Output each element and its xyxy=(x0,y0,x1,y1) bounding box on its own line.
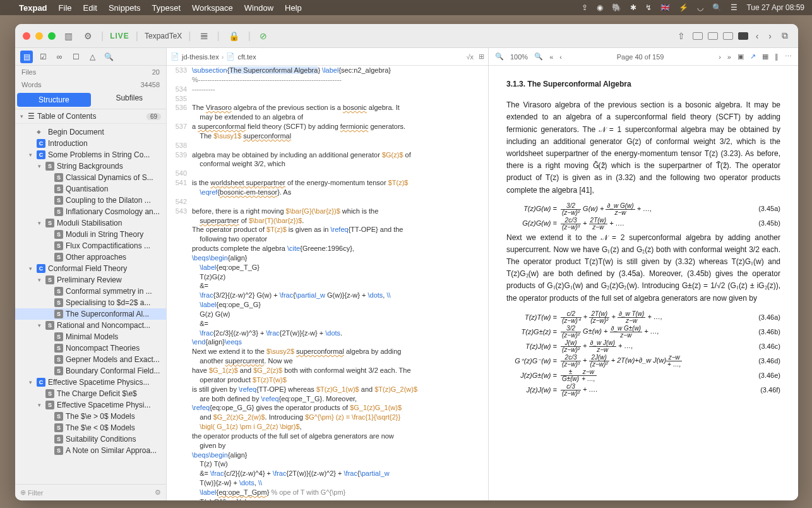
toc-header[interactable]: ▾ ☰ Table of Contents 69 xyxy=(15,109,166,124)
menu-typeset[interactable]: Typeset xyxy=(152,3,181,13)
sidebar-toggle-icon[interactable]: ▥ xyxy=(62,31,75,41)
tree-item[interactable]: CIntroduction xyxy=(15,138,166,149)
titlebar: ▥ ⚙ | LIVE | TexpadTeX | 𝌆 | 🔒 | ⊘ ⇧ ‹ ›… xyxy=(15,24,798,48)
check-tool-icon[interactable]: ☑ xyxy=(37,51,49,63)
tree-item[interactable]: SModuli in String Theory xyxy=(15,229,166,240)
bookmark-icon[interactable]: ▣ xyxy=(737,52,744,61)
filter-gear-icon[interactable]: ⚙ xyxy=(155,488,161,497)
clock[interactable]: Tue 27 Apr 08:59 xyxy=(746,3,804,12)
share-icon[interactable]: ⇧ xyxy=(675,31,688,41)
tree-item-label: The Superconformal Al... xyxy=(66,310,149,318)
tree-item[interactable]: SInflationary Cosmology an... xyxy=(15,206,166,217)
tab-structure[interactable]: Structure xyxy=(17,93,91,107)
nav-fwd-icon[interactable]: › xyxy=(766,31,774,41)
wifi-icon[interactable]: ◡ xyxy=(697,3,703,12)
editor-body[interactable]: 533\subsection{The Superconformal Algebr… xyxy=(167,66,488,500)
check-icon[interactable]: ⊘ xyxy=(257,31,270,41)
control-center-icon[interactable]: ☰ xyxy=(731,3,737,12)
flag-icon[interactable]: 🇬🇧 xyxy=(660,3,670,12)
menu-edit[interactable]: Edit xyxy=(83,3,97,13)
preview-body[interactable]: 3.1.3. The Superconformal Algebra The Vi… xyxy=(489,66,798,500)
crumb-file[interactable]: cft.tex xyxy=(237,53,256,61)
grid-icon[interactable]: ⊞ xyxy=(479,52,484,61)
tree-item[interactable]: SSpecialising to $d=2$ a... xyxy=(15,297,166,308)
layout-1-icon[interactable] xyxy=(693,32,703,40)
tree-item[interactable]: SBoundary Conformal Field... xyxy=(15,365,166,377)
engine-name[interactable]: TexpadTeX xyxy=(145,32,182,40)
evernote-icon[interactable]: 🐘 xyxy=(612,3,621,12)
prev-page-icon[interactable]: « xyxy=(549,53,553,61)
filter-bar[interactable]: ⊕ Filter ⚙ xyxy=(15,484,166,500)
search-tool-icon[interactable]: 🔍 xyxy=(102,51,115,63)
tree-item[interactable]: SQuantisation xyxy=(15,183,166,195)
menu-texpad[interactable]: Texpad xyxy=(19,3,47,13)
close-button[interactable] xyxy=(23,32,30,40)
tree-item[interactable]: ⌖Begin Document xyxy=(15,126,166,138)
menu-snippets[interactable]: Snippets xyxy=(109,3,141,13)
sync-icon[interactable]: ↗ xyxy=(750,52,756,61)
layout-3-icon[interactable] xyxy=(723,32,733,40)
equation: J(z)J(w) =c/3(z−w)² + ….(3.46f) xyxy=(506,384,780,397)
tree-item[interactable]: ▾CSome Problems in String Co... xyxy=(15,149,166,160)
gear-icon[interactable]: ⚙ xyxy=(81,31,95,41)
dropbox-icon[interactable]: ⇪ xyxy=(582,3,588,12)
tree-item[interactable]: SThe $\e > 0$ Models xyxy=(15,411,166,422)
tree-item[interactable]: SGepner Models and Exact... xyxy=(15,354,166,365)
spotlight-icon[interactable]: 🔍 xyxy=(712,3,722,12)
tree-item[interactable]: SA Note on Similar Approa... xyxy=(15,445,166,456)
tree-item[interactable]: SClassical Dynamics of S... xyxy=(15,172,166,183)
bluetooth-icon[interactable]: ✱ xyxy=(630,3,636,12)
menu-window[interactable]: Window xyxy=(244,3,273,13)
zoom-in-icon[interactable]: 🔍 xyxy=(534,52,543,61)
external-icon[interactable]: ⧉ xyxy=(779,30,791,41)
zoom-button[interactable] xyxy=(48,32,56,40)
crumb-root[interactable]: jd-thesis.tex xyxy=(182,53,219,61)
sliders-icon[interactable]: 𝌆 xyxy=(198,31,211,41)
tree-item[interactable]: ▾SRational and Noncompact... xyxy=(15,320,166,331)
battery-icon[interactable]: ⚡ xyxy=(679,3,688,12)
sync-icon[interactable]: ↯ xyxy=(645,3,652,12)
pause-icon[interactable]: ‖ xyxy=(775,52,779,61)
tree-item[interactable]: SOther approaches xyxy=(15,251,166,263)
tree-item[interactable]: ▾CEffective Spacetime Physics... xyxy=(15,377,166,388)
tree-item[interactable]: SSuitability Conditions xyxy=(15,433,166,445)
tree-item[interactable]: SMinimal Models xyxy=(15,331,166,342)
tree-item[interactable]: ▾CConformal Field Theory xyxy=(15,263,166,274)
tree-item[interactable]: ▾SString Backgrounds xyxy=(15,160,166,172)
lock-icon[interactable]: 🔒 xyxy=(226,31,242,41)
tree-item-label: Minimal Models xyxy=(66,332,118,341)
tree-item[interactable]: ▾SModuli Stabilisation xyxy=(15,217,166,229)
menu-file[interactable]: File xyxy=(59,3,72,13)
equation: J(z)G±(w) =± G±(w)z−w + …,(3.46e) xyxy=(506,369,780,382)
pages-icon[interactable]: ▦ xyxy=(762,52,768,61)
prev-icon[interactable]: ‹ xyxy=(559,53,562,61)
tree-item[interactable]: SNoncompact Theories xyxy=(15,342,166,354)
status-icon[interactable]: ◉ xyxy=(597,3,603,12)
link-tool-icon[interactable]: ∞ xyxy=(53,51,66,63)
tree-item[interactable]: SThe Charge Deficit $\e$ xyxy=(15,388,166,399)
next-icon[interactable]: › xyxy=(719,53,721,61)
tree-item[interactable]: SCoupling to the Dilaton ... xyxy=(15,195,166,206)
tree-item[interactable]: ▾SEffective Spacetime Physi... xyxy=(15,399,166,411)
outline-tool-icon[interactable]: ▤ xyxy=(20,51,33,63)
next-page-icon[interactable]: » xyxy=(727,53,731,61)
tree-item[interactable]: SFlux Compactifications ... xyxy=(15,240,166,251)
nav-back-icon[interactable]: ‹ xyxy=(753,31,761,41)
sqrt-icon[interactable]: √x xyxy=(466,53,474,61)
tree-item[interactable]: SThe $\e < 0$ Models xyxy=(15,422,166,433)
sidebar: ▤ ☑ ∞ ☐ △ 🔍 Files20 Words34458 Structure… xyxy=(15,48,167,500)
more-icon[interactable]: ⋯ xyxy=(785,52,792,61)
zoom-out-icon[interactable]: 🔍 xyxy=(495,52,504,61)
tree-item[interactable]: SConformal symmetry in ... xyxy=(15,286,166,297)
tree-item[interactable]: ▾SPreliminary Review xyxy=(15,274,166,286)
layout-4-icon[interactable] xyxy=(738,32,748,40)
tab-subfiles[interactable]: Subfiles xyxy=(93,91,167,109)
menu-help[interactable]: Help xyxy=(285,3,302,13)
minimize-button[interactable] xyxy=(35,32,43,40)
warn-tool-icon[interactable]: △ xyxy=(86,51,99,63)
menu-workspace[interactable]: Workspace xyxy=(192,3,233,13)
tree-item-label: Rational and Noncompact... xyxy=(57,321,150,330)
layout-2-icon[interactable] xyxy=(708,32,718,40)
tree-item[interactable]: SThe Superconformal Al... xyxy=(15,308,166,320)
bookmark-tool-icon[interactable]: ☐ xyxy=(69,51,82,63)
